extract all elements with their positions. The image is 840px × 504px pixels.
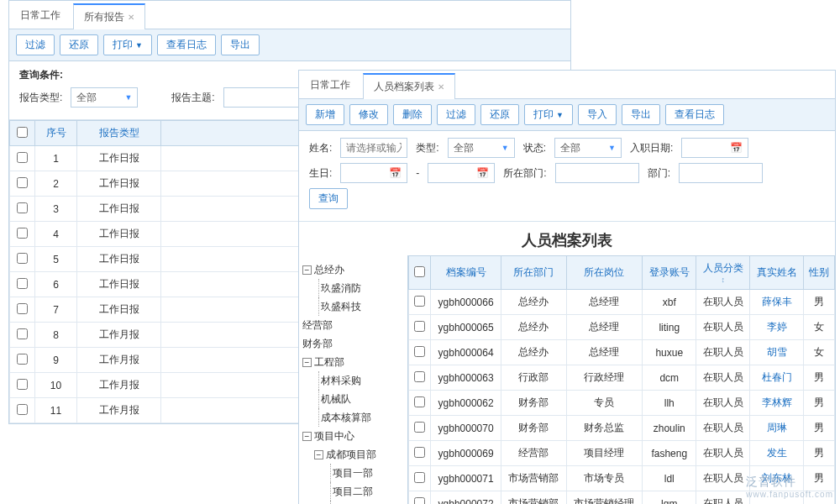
- export-button[interactable]: 导出: [622, 104, 660, 125]
- type-select[interactable]: 全部▼: [448, 138, 515, 158]
- row-checkbox[interactable]: [414, 346, 425, 357]
- import-button[interactable]: 导入: [578, 104, 617, 125]
- report-type-select[interactable]: 全部▼: [71, 87, 138, 108]
- collapse-icon[interactable]: −: [302, 432, 312, 441]
- tree-node[interactable]: 项目三部: [330, 501, 404, 504]
- log-button[interactable]: 查看日志: [665, 104, 724, 125]
- row-checkbox[interactable]: [414, 422, 425, 433]
- col-gender[interactable]: 性别: [803, 256, 834, 290]
- collapse-icon[interactable]: −: [302, 358, 312, 367]
- collapse-icon[interactable]: −: [314, 450, 323, 459]
- tab-all-reports[interactable]: 所有报告✕: [73, 3, 145, 29]
- row-checkbox[interactable]: [17, 379, 28, 390]
- dept2-input[interactable]: [679, 163, 763, 183]
- cell-name-link[interactable]: [750, 491, 804, 505]
- report-subject-input[interactable]: [223, 87, 307, 108]
- tree-node[interactable]: 材料采购: [318, 371, 404, 390]
- table-row[interactable]: ygbh000072市场营销部市场营销经理lgm在职人员: [409, 491, 835, 505]
- col-category[interactable]: 人员分类↕: [696, 256, 750, 290]
- tree-node[interactable]: 总经办: [314, 264, 344, 276]
- name-input[interactable]: [340, 138, 407, 158]
- dept1-input[interactable]: [555, 163, 639, 183]
- cell-name-link[interactable]: 李婷: [750, 315, 804, 340]
- row-checkbox[interactable]: [414, 472, 425, 483]
- row-checkbox[interactable]: [17, 354, 28, 365]
- tree-node[interactable]: 成都项目部: [326, 449, 376, 460]
- delete-button[interactable]: 删除: [393, 104, 432, 125]
- row-checkbox[interactable]: [414, 371, 425, 382]
- cell-name-link[interactable]: 周琳: [750, 416, 804, 441]
- tree-node[interactable]: 玖盛消防: [318, 279, 404, 297]
- tree-node[interactable]: 玖盛科技: [318, 297, 404, 316]
- select-all-checkbox[interactable]: [17, 127, 28, 138]
- row-checkbox[interactable]: [17, 303, 28, 314]
- row-checkbox[interactable]: [17, 152, 28, 163]
- export-button[interactable]: 导出: [221, 34, 260, 55]
- tab-daily-work[interactable]: 日常工作: [299, 72, 361, 98]
- col-account[interactable]: 登录账号: [643, 256, 696, 290]
- row-checkbox[interactable]: [17, 202, 28, 213]
- print-button[interactable]: 打印▼: [524, 104, 573, 125]
- table-row[interactable]: ygbh000063行政部行政经理dcm在职人员杜春门男: [409, 365, 835, 391]
- tab-personnel-list[interactable]: 人员档案列表✕: [363, 73, 455, 99]
- row-checkbox[interactable]: [17, 177, 28, 188]
- status-select[interactable]: 全部▼: [554, 138, 622, 158]
- col-type[interactable]: 报告类型: [77, 121, 161, 146]
- add-button[interactable]: 新增: [306, 104, 344, 125]
- table-row[interactable]: ygbh000065总经办总经理liting在职人员李婷女: [409, 315, 835, 340]
- close-icon[interactable]: ✕: [438, 82, 444, 92]
- table-row[interactable]: ygbh000062财务部专员llh在职人员李林辉男: [409, 391, 835, 416]
- row-checkbox[interactable]: [414, 296, 425, 307]
- close-icon[interactable]: ✕: [128, 13, 134, 22]
- print-button[interactable]: 打印▼: [103, 34, 152, 55]
- tree-node[interactable]: 成本核算部: [318, 408, 404, 427]
- tree-node[interactable]: 经营部: [302, 316, 404, 334]
- col-num[interactable]: 序号: [35, 121, 77, 146]
- cell-id: ygbh000069: [431, 441, 501, 466]
- tab-daily-work[interactable]: 日常工作: [9, 3, 71, 29]
- birth-to-input[interactable]: 📅: [428, 163, 495, 183]
- tree-node[interactable]: 机械队: [318, 390, 404, 408]
- row-checkbox[interactable]: [17, 228, 28, 239]
- cell-name-link[interactable]: 发生: [750, 441, 804, 466]
- row-checkbox[interactable]: [17, 404, 28, 415]
- table-row[interactable]: ygbh000066总经办总经理xbf在职人员薛保丰男: [409, 290, 835, 315]
- cell-name-link[interactable]: 刘东林: [750, 466, 804, 491]
- filter-button[interactable]: 过滤: [16, 34, 55, 55]
- log-button[interactable]: 查看日志: [157, 34, 216, 55]
- reset-button[interactable]: 还原: [480, 104, 519, 125]
- col-file-id[interactable]: 档案编号: [431, 256, 501, 290]
- col-realname[interactable]: 真实姓名: [750, 256, 804, 290]
- table-row[interactable]: ygbh000064总经办总经理huxue在职人员胡雪女: [409, 340, 835, 365]
- query-button[interactable]: 查询: [309, 188, 348, 209]
- cell-name-link[interactable]: 杜春门: [750, 365, 804, 391]
- table-row[interactable]: ygbh000069经营部项目经理fasheng在职人员发生男: [409, 441, 835, 466]
- col-dept[interactable]: 所在部门: [501, 256, 566, 290]
- col-pos[interactable]: 所在岗位: [566, 256, 643, 290]
- collapse-icon[interactable]: −: [302, 265, 312, 275]
- cell-pos: 行政经理: [566, 365, 643, 391]
- row-checkbox[interactable]: [17, 278, 28, 289]
- row-checkbox[interactable]: [17, 253, 28, 264]
- tree-node[interactable]: 财务部: [302, 334, 404, 353]
- hire-date-input[interactable]: 📅: [681, 138, 748, 158]
- row-checkbox[interactable]: [414, 396, 425, 407]
- reset-button[interactable]: 还原: [60, 34, 98, 55]
- table-row[interactable]: ygbh000071市场营销部市场专员ldl在职人员刘东林男: [409, 466, 835, 491]
- row-checkbox[interactable]: [17, 328, 28, 339]
- filter-button[interactable]: 过滤: [437, 104, 475, 125]
- tree-node[interactable]: 项目二部: [330, 482, 404, 501]
- birth-from-input[interactable]: 📅: [340, 163, 407, 183]
- cell-name-link[interactable]: 胡雪: [750, 340, 804, 365]
- table-row[interactable]: ygbh000070财务部财务总监zhoulin在职人员周琳男: [409, 416, 835, 441]
- row-checkbox[interactable]: [414, 321, 425, 332]
- row-checkbox[interactable]: [414, 447, 425, 458]
- tree-node[interactable]: 项目一部: [330, 464, 404, 482]
- tree-node[interactable]: 项目中心: [314, 430, 354, 442]
- row-checkbox[interactable]: [414, 497, 425, 505]
- edit-button[interactable]: 修改: [349, 104, 388, 125]
- cell-name-link[interactable]: 李林辉: [750, 391, 804, 416]
- tree-node[interactable]: 工程部: [314, 356, 344, 368]
- select-all-checkbox[interactable]: [414, 266, 425, 277]
- cell-name-link[interactable]: 薛保丰: [750, 290, 804, 315]
